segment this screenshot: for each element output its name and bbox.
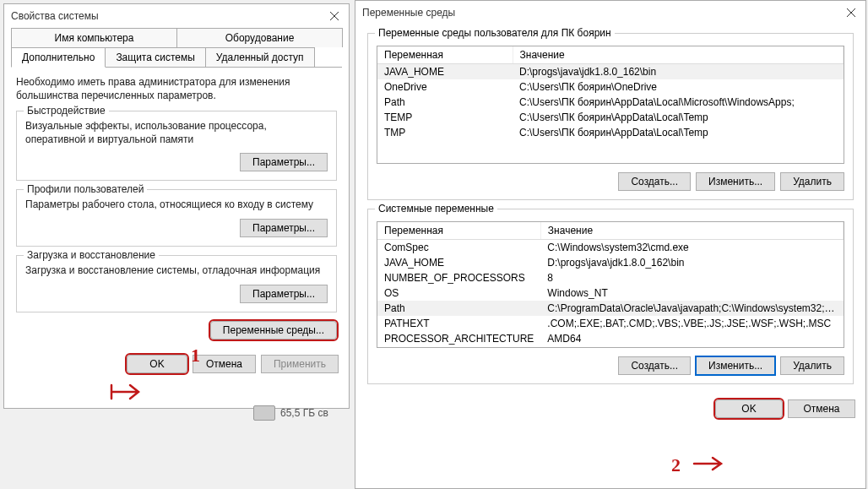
var-value-cell: C:\ProgramData\Oracle\Java\javapath;C:\W… [540,301,843,316]
var-value-cell: C:\Users\ПК боярин\AppData\Local\Temp [513,125,844,140]
var-name-cell: NUMBER_OF_PROCESSORS [377,270,540,285]
var-value-cell: .COM;.EXE;.BAT;.CMD;.VBS;.VBE;.JS;.JSE;.… [540,316,843,331]
col-value[interactable]: Значение [540,222,843,240]
tab-hardware[interactable]: Оборудование [176,28,343,47]
sys-edit-button[interactable]: Изменить... [696,356,775,375]
arrow-icon [692,456,726,471]
sys-vars-table: Переменная Значение ComSpecC:\Windows\sy… [377,222,844,346]
profiles-group: Профили пользователей Параметры рабочего… [16,189,337,247]
var-name-cell: TEMP [377,110,513,125]
sys-vars-section: Системные переменные Переменная Значение… [367,209,854,384]
table-row[interactable]: TMPC:\Users\ПК боярин\AppData\Local\Temp [377,125,844,140]
apply-button[interactable]: Применить [261,355,339,373]
annotation-2: 2 [671,454,681,476]
tabs-row-2: Дополнительно Защита системы Удаленный д… [11,47,342,68]
startup-legend: Загрузка и восстановление [24,249,159,261]
disk-icon [253,405,275,421]
tab-remote[interactable]: Удаленный доступ [205,47,315,67]
user-vars-section: Переменные среды пользователя для ПК боя… [367,33,854,200]
profiles-settings-button[interactable]: Параметры... [240,219,328,237]
var-value-cell: 8 [540,270,843,285]
table-row[interactable]: PathC:\ProgramData\Oracle\Java\javapath;… [377,301,844,316]
var-name-cell: OS [377,285,540,301]
tabs-row-1: Имя компьютера Оборудование [11,28,342,47]
sysprops-bottom-buttons: OK Отмена Применить [4,348,349,380]
startup-group: Загрузка и восстановление Загрузка и вос… [16,255,337,312]
var-name-cell: PATHEXT [377,316,540,331]
var-name-cell: JAVA_HOME [377,255,540,270]
var-value-cell: C:\Users\ПК боярин\AppData\Local\Microso… [513,95,844,110]
env-ok-button[interactable]: OK [715,399,783,418]
var-name-cell: PROCESSOR_ARCHITECTURE [377,331,540,346]
var-name-cell: OneDrive [377,79,513,95]
env-bottom-buttons: OK Отмена [355,393,865,425]
tab-body-advanced: Необходимо иметь права администратора дл… [4,68,349,348]
table-row[interactable]: OSWindows_NT [377,285,844,301]
dialog-title: Свойства системы [11,10,99,22]
user-vars-buttons: Создать... Изменить... Удалить [377,172,844,191]
disk-info: 65,5 ГБ св [253,405,328,421]
user-new-button[interactable]: Создать... [618,172,691,191]
user-vars-legend: Переменные среды пользователя для ПК боя… [375,27,615,39]
ok-button[interactable]: OK [127,355,187,373]
user-vars-table-wrap[interactable]: Переменная Значение JAVA_HOMED:\progs\ja… [377,46,844,164]
var-name-cell: ComSpec [377,240,540,256]
profiles-legend: Профили пользователей [24,183,147,195]
tab-computer-name[interactable]: Имя компьютера [11,28,177,47]
profiles-desc: Параметры рабочего стола, относящиеся ко… [25,198,328,212]
var-name-cell: Path [377,301,540,316]
user-vars-table: Переменная Значение JAVA_HOMED:\progs\ja… [377,46,844,140]
table-row[interactable]: NUMBER_OF_PROCESSORS8 [377,270,844,285]
var-value-cell: C:\Users\ПК боярин\AppData\Local\Temp [513,110,844,125]
var-value-cell: Windows_NT [540,285,843,301]
col-value[interactable]: Значение [513,46,844,64]
close-icon[interactable] [320,4,349,28]
table-row[interactable]: PathC:\Users\ПК боярин\AppData\Local\Mic… [377,95,844,110]
var-value-cell: C:\Users\ПК боярин\OneDrive [513,79,844,95]
env-vars-button[interactable]: Переменные среды... [210,321,337,340]
col-variable[interactable]: Переменная [377,222,540,240]
tab-system-protection[interactable]: Защита системы [105,47,205,67]
table-row[interactable]: OneDriveC:\Users\ПК боярин\OneDrive [377,79,844,95]
startup-settings-button[interactable]: Параметры... [240,285,328,303]
var-name-cell: JAVA_HOME [377,64,513,80]
sys-delete-button[interactable]: Удалить [780,356,844,375]
col-variable[interactable]: Переменная [377,46,513,64]
table-row[interactable]: PATHEXT.COM;.EXE;.BAT;.CMD;.VBS;.VBE;.JS… [377,316,844,331]
user-edit-button[interactable]: Изменить... [696,172,775,191]
var-name-cell: Path [377,95,513,110]
var-value-cell: D:\progs\java\jdk1.8.0_162\bin [513,64,844,80]
tab-advanced[interactable]: Дополнительно [11,47,106,68]
titlebar: Свойства системы [4,4,349,28]
startup-desc: Загрузка и восстановление системы, отлад… [25,264,328,278]
env-titlebar: Переменные среды [355,1,865,24]
arrow-icon [110,382,144,402]
annotation-1: 1 [191,345,200,367]
performance-legend: Быстродействие [24,105,109,117]
env-dialog-title: Переменные среды [362,7,455,19]
sys-vars-legend: Системные переменные [375,203,497,215]
env-cancel-button[interactable]: Отмена [788,399,855,418]
performance-group: Быстродействие Визуальные эффекты, испол… [16,111,337,181]
performance-settings-button[interactable]: Параметры... [240,153,328,171]
env-vars-dialog: Переменные среды Переменные среды пользо… [355,0,866,489]
user-delete-button[interactable]: Удалить [780,172,844,191]
table-row[interactable]: JAVA_HOMED:\progs\java\jdk1.8.0_162\bin [377,255,844,270]
table-row[interactable]: JAVA_HOMED:\progs\java\jdk1.8.0_162\bin [377,64,844,80]
close-icon[interactable] [837,1,865,24]
system-properties-dialog: Свойства системы Имя компьютера Оборудов… [3,3,350,409]
var-value-cell: C:\Windows\system32\cmd.exe [540,240,843,256]
sys-vars-table-wrap[interactable]: Переменная Значение ComSpecC:\Windows\sy… [377,221,844,348]
table-row[interactable]: PROCESSOR_ARCHITECTUREAMD64 [377,331,844,346]
var-name-cell: TMP [377,125,513,140]
cancel-button[interactable]: Отмена [193,355,256,373]
admin-note: Необходимо иметь права администратора дл… [16,76,337,102]
sys-vars-buttons: Создать... Изменить... Удалить [377,356,844,375]
sys-new-button[interactable]: Создать... [618,356,691,375]
table-row[interactable]: TEMPC:\Users\ПК боярин\AppData\Local\Tem… [377,110,844,125]
var-value-cell: AMD64 [540,331,843,346]
table-row[interactable]: ComSpecC:\Windows\system32\cmd.exe [377,240,844,256]
disk-free-label: 65,5 ГБ св [280,407,328,419]
var-value-cell: D:\progs\java\jdk1.8.0_162\bin [540,255,843,270]
performance-desc: Визуальные эффекты, использование процес… [25,120,328,146]
